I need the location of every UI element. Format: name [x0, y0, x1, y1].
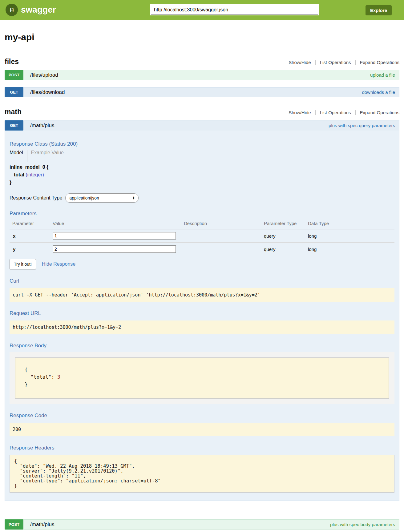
- model-tabs: Model Example Value: [10, 150, 394, 162]
- op-path[interactable]: /files/upload: [30, 72, 58, 78]
- select-arrows-icon: ▲▼: [132, 196, 135, 200]
- response-body-box: { "total": 3 }: [15, 357, 389, 399]
- parameters-heading: Parameters: [10, 203, 394, 217]
- response-body-container: { "total": 3 }: [10, 352, 394, 404]
- response-headers-box: { "date": "Wed, 22 Aug 2018 18:49:13 GMT…: [10, 455, 394, 493]
- spec-url-input[interactable]: [151, 5, 318, 15]
- param-type: query: [264, 247, 308, 252]
- json-open-brace: {: [25, 366, 379, 373]
- op-summary: downloads a file: [362, 90, 395, 95]
- model-property-type: (integer): [26, 172, 44, 177]
- method-badge-post: POST: [5, 519, 23, 530]
- json-close-brace: }: [25, 381, 379, 388]
- selected-content-type: application/json: [69, 195, 99, 200]
- col-data-type: Data Type: [308, 221, 394, 226]
- list-operations-link[interactable]: List Operations: [320, 60, 351, 65]
- response-headers-json: { "date": "Wed, 22 Aug 2018 18:49:13 GMT…: [14, 459, 391, 488]
- response-body-heading: Response Body: [10, 334, 394, 349]
- op-row-files-upload[interactable]: POST /files/upload upload a file: [5, 70, 399, 80]
- col-value: Value: [53, 221, 184, 226]
- param-value-input-y[interactable]: [53, 245, 176, 253]
- method-badge-get: GET: [5, 87, 23, 97]
- show-hide-link[interactable]: Show/Hide: [289, 110, 311, 115]
- parameters-table-header: Parameter Value Description Parameter Ty…: [10, 221, 394, 229]
- col-parameter: Parameter: [10, 221, 53, 226]
- response-content-type-label: Response Content Type: [10, 195, 62, 201]
- tab-model[interactable]: Model: [10, 150, 27, 155]
- col-description: Description: [184, 221, 264, 226]
- header-bar: {-} swagger Explore: [0, 0, 404, 20]
- parameter-row-y: y query long: [10, 243, 394, 256]
- hide-response-link[interactable]: Hide Response: [42, 261, 75, 267]
- model-signature: inline_model_0 { total (integer) }: [10, 164, 394, 185]
- response-class-heading: Response Class (Status 200): [10, 131, 394, 147]
- response-content-type-row: Response Content Type application/json ▲…: [10, 193, 394, 203]
- explore-button[interactable]: Explore: [366, 5, 392, 15]
- try-row: Try it out! Hide Response: [10, 259, 394, 269]
- files-section-title: files: [5, 58, 19, 66]
- show-hide-link[interactable]: Show/Hide: [289, 60, 311, 65]
- response-headers-heading: Response Headers: [10, 436, 394, 451]
- operation-detail-panel: Response Class (Status 200) Model Exampl…: [5, 131, 399, 501]
- method-badge-post: POST: [5, 70, 23, 80]
- method-badge-get: GET: [5, 120, 23, 131]
- col-parameter-type: Parameter Type: [264, 221, 308, 226]
- param-name: y: [10, 247, 53, 252]
- response-content-type-select[interactable]: application/json ▲▼: [65, 193, 139, 203]
- brand-title: swagger: [21, 5, 56, 15]
- request-url-heading: Request URL: [10, 302, 394, 316]
- control-separator: [315, 110, 316, 115]
- api-title: my-api: [5, 32, 399, 42]
- model-open-line: inline_model_0 {: [10, 164, 394, 170]
- op-path[interactable]: /files/download: [30, 89, 65, 95]
- parameters-table: Parameter Value Description Parameter Ty…: [10, 221, 394, 256]
- parameter-row-x: x query long: [10, 229, 394, 243]
- param-type: query: [264, 233, 308, 239]
- op-path[interactable]: /math/plus: [30, 522, 54, 528]
- control-separator: [355, 60, 356, 65]
- json-value: 3: [57, 374, 60, 380]
- page-content: my-api files Show/Hide List Operations E…: [0, 32, 404, 532]
- math-section-header: math Show/Hide List Operations Expand Op…: [5, 108, 399, 116]
- swagger-braces-icon: {-}: [6, 4, 18, 16]
- model-property-line: total (integer): [10, 172, 394, 178]
- response-code-box: 200: [10, 423, 394, 436]
- param-data-type: long: [308, 233, 394, 239]
- expand-operations-link[interactable]: Expand Operations: [360, 110, 399, 115]
- op-summary: plus with spec body parameters: [330, 522, 395, 527]
- request-url-box: http://localhost:3000/math/plus?x=1&y=2: [10, 320, 394, 334]
- tab-example-value[interactable]: Example Value: [27, 150, 64, 155]
- op-summary: upload a file: [370, 72, 395, 78]
- param-name: x: [10, 233, 53, 239]
- list-operations-link[interactable]: List Operations: [320, 110, 351, 115]
- op-row-math-plus-get[interactable]: GET /math/plus plus with spec query para…: [5, 120, 399, 131]
- op-row-files-download[interactable]: GET /files/download downloads a file: [5, 87, 399, 97]
- swagger-logo[interactable]: {-} swagger: [6, 4, 56, 16]
- math-section-title: math: [5, 108, 22, 116]
- files-section-header: files Show/Hide List Operations Expand O…: [5, 58, 399, 66]
- op-summary: plus with spec query parameters: [329, 123, 395, 128]
- curl-command-box: curl -X GET --header 'Accept: applicatio…: [10, 288, 394, 302]
- math-section-controls: Show/Hide List Operations Expand Operati…: [289, 110, 399, 115]
- response-code-heading: Response Code: [10, 404, 394, 419]
- try-it-out-button[interactable]: Try it out!: [10, 259, 36, 269]
- expand-operations-link[interactable]: Expand Operations: [360, 60, 399, 65]
- files-section-controls: Show/Hide List Operations Expand Operati…: [289, 60, 399, 65]
- json-total-line: "total": 3: [25, 373, 379, 381]
- param-data-type: long: [308, 247, 394, 252]
- json-key: "total":: [30, 374, 57, 380]
- control-separator: [315, 60, 316, 65]
- op-path[interactable]: /math/plus: [30, 123, 54, 129]
- model-close-line: }: [10, 180, 394, 185]
- op-row-math-plus-post[interactable]: POST /math/plus plus with spec body para…: [5, 519, 399, 530]
- op-expanded-math-plus-get: GET /math/plus plus with spec query para…: [5, 120, 399, 501]
- control-separator: [355, 110, 356, 115]
- model-property-name: total: [14, 172, 24, 177]
- param-value-input-x[interactable]: [53, 232, 176, 240]
- curl-heading: Curl: [10, 269, 394, 284]
